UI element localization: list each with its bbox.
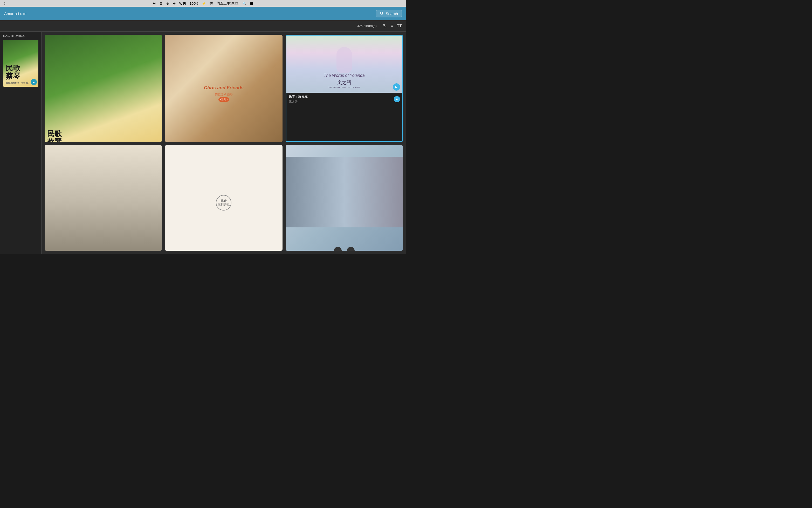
album-info-yolanda: 歌手：許嵐嵐 嵐之語 ▶	[286, 93, 402, 105]
art-cishi-stamp: 此時 此刻許嵐	[216, 195, 231, 211]
now-playing-label: NOW PLAYING	[0, 35, 41, 40]
search-icon	[380, 11, 384, 15]
art-yolanda-title: The Words of Yolanda	[288, 73, 400, 78]
album-card-jintian[interactable]: 今天。生活作品 ⋮ 今天。生活作品	[45, 145, 162, 251]
art-caiqin-title: 民歌蔡琴	[47, 130, 159, 142]
search-menubar-icon[interactable]: 🔍	[242, 2, 246, 5]
album-art-yolanda: The Words of Yolanda 嵐之語 THE SOLO ALBUM …	[286, 36, 402, 93]
album-art-chris: Chris and Friends 劉志達 & 蔡琴 • 遇見 • ⤢ ▶	[165, 35, 282, 142]
app-window: Amarra Luxe Search 325 album(s) ↻ ≡ TT N…	[0, 7, 406, 254]
sidebar-album-title-1: 民歌蔡琴	[6, 65, 36, 81]
battery-label: 100%	[190, 2, 198, 5]
album-card-yolanda[interactable]: The Words of Yolanda 嵐之語 THE SOLO ALBUM …	[286, 35, 403, 142]
display-icon: 🖥	[159, 2, 163, 5]
font-size-button[interactable]: TT	[397, 24, 402, 28]
art-yolanda-sub: THE SOLO ALBUM OF YOLANDA	[288, 86, 400, 88]
main-area: NOW PLAYING 民歌蔡琴 collaboration · Amorra …	[0, 32, 406, 254]
app-title: Amarra Luxe	[4, 11, 27, 16]
band-figure-1	[334, 247, 342, 251]
art-jintian-text: 今天。生活作品	[47, 250, 160, 251]
charge-icon: ⚡	[202, 2, 206, 5]
compass-icon: ⊕	[166, 2, 169, 5]
filter-button[interactable]: ≡	[390, 23, 393, 29]
sidebar-album-art: 民歌蔡琴 collaboration · Amorra ▶	[3, 40, 38, 87]
art-chris-title: Chris and Friends	[204, 85, 244, 91]
album-card-caiqin[interactable]: 民歌蔡琴 collaboration · Amorra ⤢ ▶ ⋮ 歌手：蔡琴 …	[45, 35, 162, 142]
album-card-chris[interactable]: Chris and Friends 劉志達 & 蔡琴 • 遇見 • ⤢ ▶ ⋮ …	[165, 35, 282, 142]
list-menubar-icon[interactable]: ☰	[250, 2, 253, 5]
search-label: Search	[385, 11, 398, 16]
album-art-band	[286, 145, 403, 251]
band-shelf	[286, 157, 403, 227]
ime-label: 拼	[209, 1, 213, 6]
time-label: 周五上午10:21	[217, 1, 239, 6]
sidebar: NOW PLAYING 民歌蔡琴 collaboration · Amorra …	[0, 32, 42, 254]
album-art-cishi: 此時 此刻許嵐	[165, 145, 282, 251]
search-button[interactable]: Search	[376, 10, 402, 17]
album-title-yolanda: 歌手：許嵐嵐	[289, 95, 399, 99]
play-btn-yolanda-info[interactable]: ▶	[394, 96, 400, 102]
album-card-cishi[interactable]: 此時 此刻許嵐 ⋮ 此時此刻許嵐	[165, 145, 282, 251]
adobe-icon: Ai	[153, 2, 156, 5]
art-yolanda-chinese: 嵐之語	[288, 79, 400, 86]
toolbar: 325 album(s) ↻ ≡ TT	[0, 20, 406, 32]
album-grid: 民歌蔡琴 collaboration · Amorra ⤢ ▶ ⋮ 歌手：蔡琴 …	[42, 32, 406, 254]
album-art-jintian: 今天。生活作品	[45, 145, 162, 251]
album-card-band[interactable]: ⋮ Band Album	[286, 145, 403, 251]
apple-menu[interactable]: 	[4, 2, 5, 5]
wifi-icon: WiFi	[179, 2, 186, 5]
app-header: Amarra Luxe Search	[0, 7, 406, 20]
svg-line-1	[382, 14, 383, 15]
menubar:  Ai 🖥 ⊕ ✛ WiFi 100% ⚡ 拼 周五上午10:21 🔍 ☰	[0, 0, 406, 7]
menubar-center: Ai 🖥 ⊕ ✛ WiFi 100% ⚡ 拼 周五上午10:21 🔍 ☰	[153, 1, 253, 6]
sidebar-play-button[interactable]: ▶	[31, 79, 37, 85]
art-chris-sub: 劉志達 & 蔡琴	[215, 92, 232, 96]
move-icon: ✛	[173, 2, 176, 5]
toolbar-icons: ↻ ≡ TT	[383, 23, 402, 29]
yolanda-figure	[336, 47, 352, 73]
band-figure-2	[347, 247, 354, 251]
svg-point-0	[380, 12, 383, 14]
album-art-caiqin: 民歌蔡琴 collaboration · Amorra ⤢ ▶	[45, 35, 162, 142]
album-subtitle-yolanda: 嵐之語	[289, 100, 399, 103]
art-chris-badge: • 遇見 •	[219, 97, 229, 102]
refresh-button[interactable]: ↻	[383, 23, 387, 29]
menubar-left: 	[4, 2, 5, 5]
album-count-label: 325 album(s)	[4, 24, 379, 28]
band-figures	[334, 247, 354, 251]
